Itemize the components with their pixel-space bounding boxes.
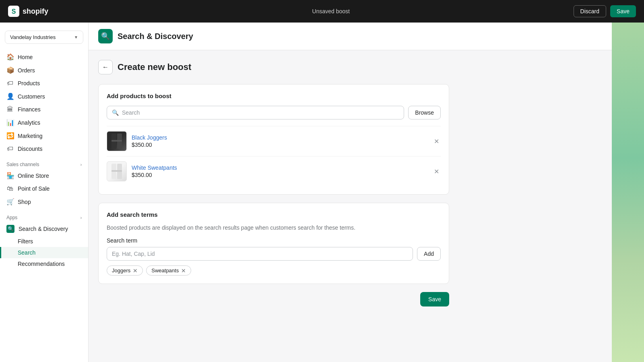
marketing-icon: 🔁 [6,132,14,140]
search-term-input[interactable] [107,247,413,261]
back-icon: ← [102,64,109,71]
terms-input-row: Add [107,247,441,261]
terms-description: Boosted products are displayed on the se… [107,224,441,231]
sidebar: Vandelay Industries ▼ 🏠 Home 📦 Orders 🏷 … [0,23,89,362]
logo-text: shopify [23,7,48,16]
browse-button[interactable]: Browse [408,106,441,119]
tag-label-joggers: Joggers [112,267,130,274]
product-search-wrap: 🔍 [107,106,404,119]
sidebar-item-orders[interactable]: 📦 Orders [0,64,88,77]
sidebar-item-marketing[interactable]: 🔁 Marketing [0,129,88,142]
right-gradient-decoration [612,23,644,362]
topbar-actions: Discard Save [574,5,636,17]
filters-label: Filters [18,238,33,245]
sidebar-item-label: Online Store [18,173,49,179]
remove-white-sweatpants-button[interactable]: ✕ [432,166,441,177]
home-icon: 🏠 [6,53,14,61]
topbar: S shopify Unsaved boost Discard Save [0,0,644,23]
sales-channels-label: Sales channels [6,162,39,167]
sidebar-item-point-of-sale[interactable]: 🛍 Point of Sale [0,182,88,195]
remove-tag-joggers-button[interactable]: ✕ [133,268,138,274]
sidebar-item-search-discovery[interactable]: 🔍 Search & Discovery [0,222,88,236]
search-icon: 🔍 [112,109,119,116]
search-label: Search [18,249,35,256]
sales-channels-section: Sales channels › [0,155,88,169]
svg-rect-7 [111,170,122,172]
boost-header: ← Create new boost [98,60,449,74]
sidebar-item-home[interactable]: 🏠 Home [0,50,88,64]
add-term-button[interactable]: Add [417,247,441,261]
expand-icon: › [80,162,82,167]
product-price-black-joggers: $350.00 [132,142,152,148]
search-discovery-header-icon: 🔍 [101,32,110,41]
sidebar-item-label: Products [18,80,40,86]
sidebar-item-label: Customers [18,93,45,100]
back-button[interactable]: ← [98,60,113,74]
search-discovery-icon: 🔍 [6,225,14,233]
svg-rect-4 [111,140,122,142]
sidebar-item-online-store[interactable]: 🏪 Online Store [0,169,88,182]
page-title: Search & Discovery [118,32,193,41]
online-store-icon: 🏪 [6,172,14,179]
chevron-down-icon: ▼ [74,35,78,39]
save-bottom-button[interactable]: Save [420,292,449,306]
sidebar-item-label: Home [18,54,33,60]
sidebar-item-finances[interactable]: 🏛 Finances [0,103,88,116]
product-search-input[interactable] [122,109,399,116]
sidebar-item-products[interactable]: 🏷 Products [0,77,88,90]
apps-label: Apps [6,215,17,220]
sidebar-item-label: Marketing [18,133,42,139]
add-products-card: Add products to boost 🔍 Browse [98,84,449,195]
customers-icon: 👤 [6,93,14,100]
sidebar-sub-item-recommendations[interactable]: Recommendations [0,258,88,269]
bottom-save-bar: Save [98,292,449,306]
add-products-title: Add products to boost [107,93,441,99]
add-search-terms-title: Add search terms [107,211,441,218]
product-thumbnail-black-joggers [107,131,127,151]
page-header-icon: 🔍 [98,29,113,43]
apps-expand-icon: › [80,216,82,220]
remove-tag-sweatpants-button[interactable]: ✕ [181,268,186,274]
sidebar-item-label: Point of Sale [18,185,50,192]
tag-sweatpants: Sweatpants ✕ [146,265,191,276]
discounts-icon: 🏷 [6,145,14,152]
store-selector[interactable]: Vandelay Industries ▼ [5,31,83,44]
main-content: 🔍 Search & Discovery ← Create new boost … [89,23,612,362]
svg-text:S: S [12,8,16,15]
sidebar-item-analytics[interactable]: 📊 Analytics [0,116,88,129]
sidebar-item-label: Orders [18,67,35,74]
sidebar-item-shop[interactable]: 🛒 Shop [0,195,88,208]
sidebar-item-discounts[interactable]: 🏷 Discounts [0,142,88,155]
sidebar-item-label: Shop [18,199,31,205]
sidebar-item-label: Analytics [18,119,40,126]
sidebar-sub-item-filters[interactable]: Filters [0,236,88,247]
product-name-black-joggers[interactable]: Black Joggers [132,134,427,141]
orders-icon: 📦 [6,66,14,74]
sidebar-item-customers[interactable]: 👤 Customers [0,90,88,103]
analytics-icon: 📊 [6,119,14,126]
tags-wrap: Joggers ✕ Sweatpants ✕ [107,265,441,276]
logo: S shopify [8,6,89,17]
products-icon: 🏷 [6,80,14,87]
product-search-bar: 🔍 Browse [107,106,441,119]
store-name: Vandelay Industries [10,34,56,40]
sidebar-item-label: Search & Discovery [19,226,68,232]
add-search-terms-card: Add search terms Boosted products are di… [98,203,449,284]
save-top-button[interactable]: Save [610,5,636,17]
point-of-sale-icon: 🛍 [6,185,14,192]
boost-title: Create new boost [118,62,191,72]
finances-icon: 🏛 [6,106,14,113]
product-name-white-sweatpants[interactable]: White Sweatpants [132,165,427,171]
page-status: Unsaved boost [89,8,574,14]
discard-button[interactable]: Discard [574,5,606,17]
product-info-black-joggers: Black Joggers $350.00 [132,134,427,148]
remove-black-joggers-button[interactable]: ✕ [432,136,441,147]
tag-label-sweatpants: Sweatpants [151,267,179,274]
content-area: ← Create new boost Add products to boost… [89,50,459,316]
product-price-white-sweatpants: $350.00 [132,172,152,178]
apps-section: Apps › [0,208,88,222]
product-item-white-sweatpants: White Sweatpants $350.00 ✕ [107,156,441,186]
product-item-black-joggers: Black Joggers $350.00 ✕ [107,126,441,156]
sidebar-sub-item-search[interactable]: Search [0,247,88,258]
search-term-label: Search term [107,237,441,244]
